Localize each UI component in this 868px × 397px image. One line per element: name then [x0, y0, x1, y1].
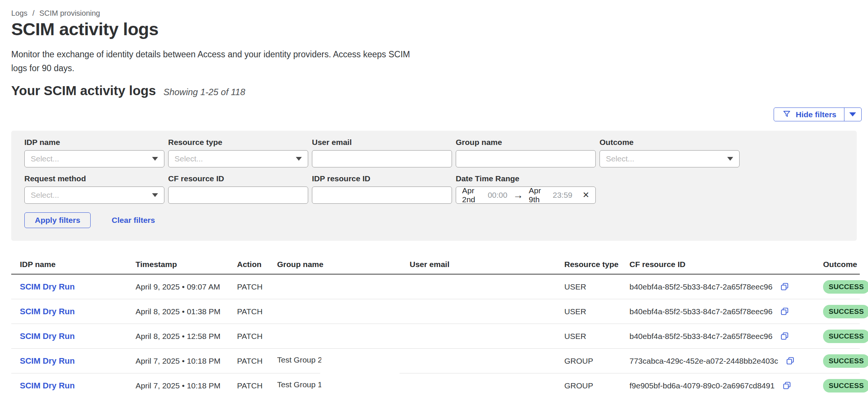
idp-name-link[interactable]: SCIM Dry Run: [20, 331, 75, 341]
request-method-select[interactable]: Select...: [24, 187, 164, 204]
arrow-right-icon: →: [513, 190, 523, 200]
date-time-range-picker[interactable]: Apr 2nd 00:00 → Apr 9th 23:59 ✕: [456, 187, 596, 204]
user-email-input[interactable]: [318, 151, 446, 167]
request-method-placeholder: Select...: [31, 191, 59, 200]
col-header-timestamp: Timestamp: [136, 260, 237, 269]
cell-idp-name: SCIM Dry Run: [20, 331, 136, 341]
copy-icon[interactable]: [780, 282, 789, 291]
filter-labels-row1: IDP name Resource type User email Group …: [24, 138, 857, 147]
cell-action: PATCH: [237, 381, 277, 390]
cf-resource-id-input[interactable]: [174, 187, 302, 203]
copy-icon[interactable]: [786, 356, 795, 366]
idp-name-label: IDP name: [24, 138, 164, 147]
select-caret-icon: [296, 157, 302, 161]
cell-idp-name: SCIM Dry Run: [20, 307, 136, 316]
cell-action: PATCH: [237, 282, 277, 291]
section-heading-row: Your SCIM activity logs Showing 1-25 of …: [11, 83, 245, 98]
clear-filters-link[interactable]: Clear filters: [112, 216, 155, 225]
cell-idp-name: SCIM Dry Run: [20, 381, 136, 391]
range-end-date[interactable]: Apr 9th: [529, 186, 548, 204]
outcome-select[interactable]: Select...: [600, 150, 740, 167]
scim-activity-logs-page: Logs / SCIM provisioning SCIM activity l…: [0, 0, 868, 397]
cell-resource-type: USER: [564, 332, 629, 341]
user-email-field: [312, 150, 452, 167]
clear-date-range-icon[interactable]: ✕: [583, 190, 589, 200]
cell-resource-type: USER: [564, 282, 629, 291]
resource-type-label: Resource type: [168, 138, 308, 147]
range-start-date[interactable]: Apr 2nd: [462, 186, 483, 204]
cell-timestamp: April 7, 2025 • 10:18 PM: [136, 381, 237, 390]
hide-filters-label: Hide filters: [796, 110, 837, 119]
cell-cf-resource-id: b40ebf4a-85f2-5b33-84c7-2a65f78eec96: [629, 331, 823, 341]
group-name-field: [456, 150, 596, 167]
range-end-time[interactable]: 23:59: [553, 191, 573, 200]
cell-group-name: Test Group 1: [277, 380, 410, 391]
cell-cf-resource-id: 773cabca-429c-452e-a072-2448bb2e403c: [629, 356, 823, 366]
filter-fields-row1: Select... Select... Select...: [24, 150, 857, 167]
cell-group-name: [277, 282, 410, 291]
cell-group-name: [277, 307, 410, 316]
cell-outcome: SUCCESS: [823, 354, 860, 368]
apply-filters-button[interactable]: Apply filters: [24, 212, 91, 228]
copy-icon[interactable]: [780, 331, 789, 341]
idp-name-select[interactable]: Select...: [24, 150, 164, 167]
table-row: SCIM Dry Run April 7, 2025 • 10:18 PM PA…: [11, 349, 860, 373]
cell-cf-resource-id: b40ebf4a-85f2-5b33-84c7-2a65f78eec96: [629, 307, 823, 316]
filter-funnel-icon: [782, 109, 791, 120]
page-description: Monitor the exchange of identity details…: [11, 48, 416, 75]
user-email-label: User email: [312, 138, 452, 147]
filter-buttons-row: Apply filters Clear filters: [24, 212, 857, 228]
cell-idp-name: SCIM Dry Run: [20, 282, 136, 292]
breadcrumb-logs-link[interactable]: Logs: [11, 9, 27, 18]
cell-timestamp: April 9, 2025 • 09:07 AM: [136, 282, 237, 291]
date-time-range-label: Date Time Range: [456, 174, 596, 183]
copy-icon[interactable]: [782, 381, 792, 390]
idp-name-link[interactable]: SCIM Dry Run: [20, 282, 75, 291]
hide-filters-dropdown-toggle[interactable]: [844, 108, 861, 121]
cf-resource-id-value: b40ebf4a-85f2-5b33-84c7-2a65f78eec96: [629, 282, 773, 291]
hide-filters-button[interactable]: Hide filters: [774, 107, 862, 121]
idp-resource-id-label: IDP resource ID: [312, 174, 452, 183]
resource-type-select[interactable]: Select...: [168, 150, 308, 167]
status-badge: SUCCESS: [823, 379, 868, 393]
page-title: SCIM activity logs: [11, 19, 158, 39]
activity-logs-table: IDP name Timestamp Action Group name Use…: [11, 260, 860, 397]
idp-resource-id-input[interactable]: [318, 187, 446, 203]
select-caret-icon: [152, 193, 158, 197]
chevron-down-icon: [849, 112, 856, 116]
breadcrumb-scim-provisioning-link[interactable]: SCIM provisioning: [39, 9, 100, 18]
filter-panel: IDP name Resource type User email Group …: [11, 131, 857, 241]
status-badge: SUCCESS: [823, 305, 868, 318]
idp-name-link[interactable]: SCIM Dry Run: [20, 381, 75, 390]
table-body: SCIM Dry Run April 9, 2025 • 09:07 AM PA…: [11, 275, 860, 397]
table-row: SCIM Dry Run April 8, 2025 • 01:38 PM PA…: [11, 299, 860, 324]
col-header-resource-type: Resource type: [564, 260, 629, 269]
filter-fields-row2: Select... Apr 2nd 00:00 → Apr 9th 23:59 …: [24, 187, 857, 204]
cf-resource-id-label: CF resource ID: [168, 174, 308, 183]
select-caret-icon: [727, 157, 733, 161]
range-start-time[interactable]: 00:00: [488, 191, 507, 200]
idp-name-link[interactable]: SCIM Dry Run: [20, 356, 75, 366]
cell-outcome: SUCCESS: [823, 379, 860, 393]
cell-timestamp: April 8, 2025 • 12:58 PM: [136, 332, 237, 341]
idp-name-placeholder: Select...: [31, 154, 59, 163]
status-badge: SUCCESS: [823, 354, 868, 368]
cf-resource-id-value: 773cabca-429c-452e-a072-2448bb2e403c: [629, 357, 778, 366]
cell-resource-type: USER: [564, 307, 629, 316]
cell-timestamp: April 7, 2025 • 10:18 PM: [136, 357, 237, 366]
idp-name-link[interactable]: SCIM Dry Run: [20, 307, 75, 316]
cf-resource-id-field: [168, 187, 308, 204]
col-header-user-email: User email: [410, 260, 564, 269]
table-row: SCIM Dry Run April 9, 2025 • 09:07 AM PA…: [11, 275, 860, 299]
copy-icon[interactable]: [780, 307, 789, 316]
cell-action: PATCH: [237, 332, 277, 341]
table-row: SCIM Dry Run April 7, 2025 • 10:18 PM PA…: [11, 373, 860, 397]
group-name-value: Test Group 2: [277, 355, 321, 364]
cell-group-name: Test Group 2: [277, 355, 410, 366]
table-row: SCIM Dry Run April 8, 2025 • 12:58 PM PA…: [11, 324, 860, 349]
group-name-input[interactable]: [462, 151, 589, 167]
idp-resource-id-field: [312, 187, 452, 204]
outcome-label: Outcome: [600, 138, 740, 147]
cell-group-name: [277, 332, 410, 341]
hide-filters-main[interactable]: Hide filters: [774, 108, 844, 121]
